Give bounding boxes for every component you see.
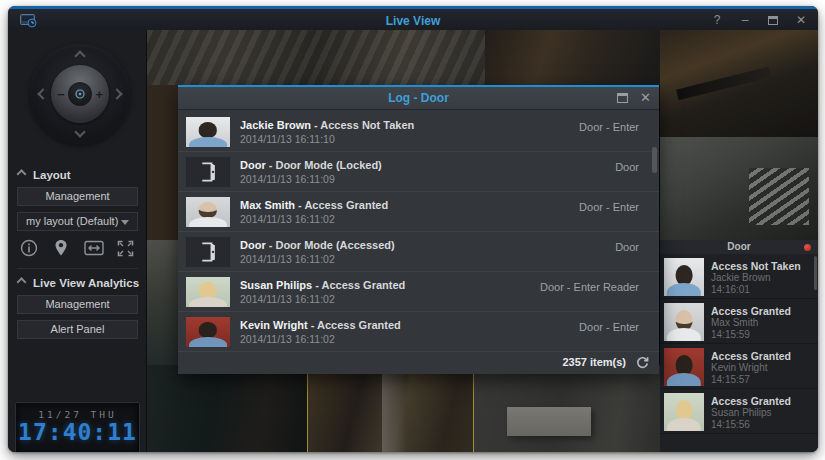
log-timestamp: 2014/11/13 16:11:02 — [240, 332, 401, 346]
log-location: Door - Enter Reader — [540, 281, 639, 293]
log-separator: - — [266, 239, 276, 251]
door-event-item[interactable]: Access Granted Susan Philips 14:15:56 — [660, 389, 818, 434]
help-button[interactable]: ? — [710, 13, 724, 28]
map-location-button[interactable] — [49, 236, 73, 260]
log-row[interactable]: Kevin Wright - Access Granted 2014/11/13… — [178, 312, 659, 352]
log-row[interactable]: Door - Door Mode (Accessed) 2014/11/13 1… — [178, 232, 659, 272]
door-event-time: 14:15:56 — [711, 419, 791, 431]
door-event-title: Access Granted — [711, 305, 791, 317]
door-event-item[interactable]: Access Granted Kevin Wright 14:15:57 — [660, 344, 818, 389]
log-row[interactable]: Max Smith - Access Granted 2014/11/13 16… — [178, 192, 659, 232]
log-separator: - — [312, 279, 321, 291]
camera-tile-warehouse[interactable] — [474, 365, 660, 452]
person-photo-thumb — [186, 277, 230, 307]
clock-time: 17:40:11 — [16, 420, 139, 444]
log-name: Susan Philips — [240, 279, 312, 291]
osd-info-button[interactable] — [17, 236, 41, 260]
ptz-up-icon[interactable] — [74, 50, 85, 61]
refresh-icon[interactable] — [636, 356, 649, 369]
location-pin-icon — [53, 239, 69, 257]
door-icon — [200, 241, 216, 263]
person-photo-thumb — [186, 197, 230, 227]
zoom-out-icon[interactable]: − — [57, 87, 65, 102]
door-event-person: Kevin Wright — [711, 362, 791, 374]
door-event-person: Susan Philips — [711, 407, 791, 419]
alert-panel-button[interactable]: Alert Panel — [17, 320, 138, 339]
log-timestamp: 2014/11/13 16:11:10 — [240, 132, 414, 146]
layout-section-header[interactable]: Layout — [18, 169, 71, 181]
door-event-person: Max Smith — [711, 317, 791, 329]
log-timestamp: 2014/11/13 16:11:09 — [240, 172, 382, 186]
person-photo-thumb — [186, 117, 230, 147]
log-name: Jackie Brown — [240, 119, 311, 131]
video-dim-overlay — [474, 365, 660, 452]
zoom-in-icon[interactable]: + — [95, 87, 103, 102]
camera-tile-lobby-stairs[interactable] — [485, 30, 660, 85]
log-separator: - — [311, 119, 320, 131]
log-location: Door - Enter — [579, 121, 639, 133]
minimize-button[interactable]: – — [738, 13, 752, 28]
door-thumb — [186, 157, 230, 187]
log-name: Kevin Wright — [240, 319, 308, 331]
ptz-down-icon[interactable] — [74, 126, 85, 137]
camera-tile-corridor[interactable] — [147, 85, 178, 240]
analytics-management-button[interactable]: Management — [17, 295, 138, 314]
log-list: Jackie Brown - Access Not Taken 2014/11/… — [178, 112, 659, 352]
dialog-maximize-icon[interactable] — [617, 93, 628, 103]
dialog-footer: 2357 item(s) — [178, 350, 659, 374]
info-icon — [20, 239, 38, 257]
log-row[interactable]: Door - Door Mode (Locked) 2014/11/13 16:… — [178, 152, 659, 192]
fullscreen-button[interactable] — [114, 236, 138, 260]
log-location: Door — [615, 241, 639, 253]
sequence-button[interactable] — [82, 236, 106, 260]
log-row[interactable]: Jackie Brown - Access Not Taken 2014/11/… — [178, 112, 659, 152]
close-button[interactable]: ✕ — [794, 13, 808, 28]
door-event-item[interactable]: Access Not Taken Jackie Brown 14:16:01 — [660, 254, 818, 299]
camera-tile-entrance[interactable] — [147, 240, 178, 365]
door-panel-scrollbar[interactable] — [814, 256, 817, 290]
log-event: Door Mode (Accessed) — [275, 239, 394, 251]
person-photo-thumb — [664, 258, 704, 296]
camera-tile-plaza[interactable] — [660, 137, 818, 240]
ptz-zoom-ring[interactable]: − + — [51, 65, 109, 123]
collapse-chevron-icon — [17, 277, 27, 287]
door-event-time: 14:15:57 — [711, 374, 791, 386]
layout-select[interactable]: my layout (Default) — [17, 212, 138, 231]
ptz-left-icon[interactable] — [37, 88, 48, 99]
door-event-title: Access Not Taken — [711, 260, 801, 272]
sidebar-divider — [17, 268, 138, 269]
app-window: Live View ? – ✕ − + — [8, 6, 818, 452]
analytics-section-header[interactable]: Live View Analytics — [18, 277, 139, 289]
layout-section-label: Layout — [33, 169, 71, 181]
video-dim-overlay — [660, 137, 818, 240]
video-dim-overlay — [147, 30, 485, 85]
maximize-button[interactable] — [766, 13, 780, 28]
door-panel-header[interactable]: Door — [660, 240, 818, 254]
log-row[interactable]: Susan Philips - Access Granted 2014/11/1… — [178, 272, 659, 312]
dialog-header[interactable]: Log - Door ✕ — [178, 87, 659, 110]
analytics-section-label: Live View Analytics — [33, 277, 139, 289]
log-event: Access Not Taken — [320, 119, 414, 131]
log-name: Door — [240, 239, 266, 251]
door-event-item[interactable]: Access Granted Max Smith 14:15:59 — [660, 299, 818, 344]
door-panel-title: Door — [660, 240, 818, 254]
fullscreen-expand-icon — [117, 240, 134, 257]
dialog-close-icon[interactable]: ✕ — [640, 91, 651, 104]
log-event: Access Granted — [317, 319, 401, 331]
camera-tile-mall[interactable] — [147, 365, 307, 452]
layout-management-button[interactable]: Management — [17, 187, 138, 206]
camera-tile-atrium-ceiling[interactable] — [147, 30, 485, 85]
log-separator: - — [308, 319, 317, 331]
video-dim-overlay — [147, 240, 178, 365]
dialog-title: Log - Door — [178, 87, 659, 109]
camera-tile-hotel-lobby-selected[interactable] — [307, 365, 474, 452]
door-event-panel: Door Access Not Taken Jackie Brown 14:16… — [660, 240, 818, 452]
ptz-home-button[interactable] — [68, 82, 92, 106]
door-icon — [200, 161, 216, 183]
camera-tile-escalator[interactable] — [660, 30, 818, 137]
ptz-right-icon[interactable] — [111, 88, 122, 99]
ptz-control-pad[interactable]: − + — [30, 44, 130, 144]
ptz-target-icon — [74, 88, 86, 100]
log-scrollbar[interactable] — [652, 147, 657, 173]
record-dot-icon — [804, 244, 811, 251]
